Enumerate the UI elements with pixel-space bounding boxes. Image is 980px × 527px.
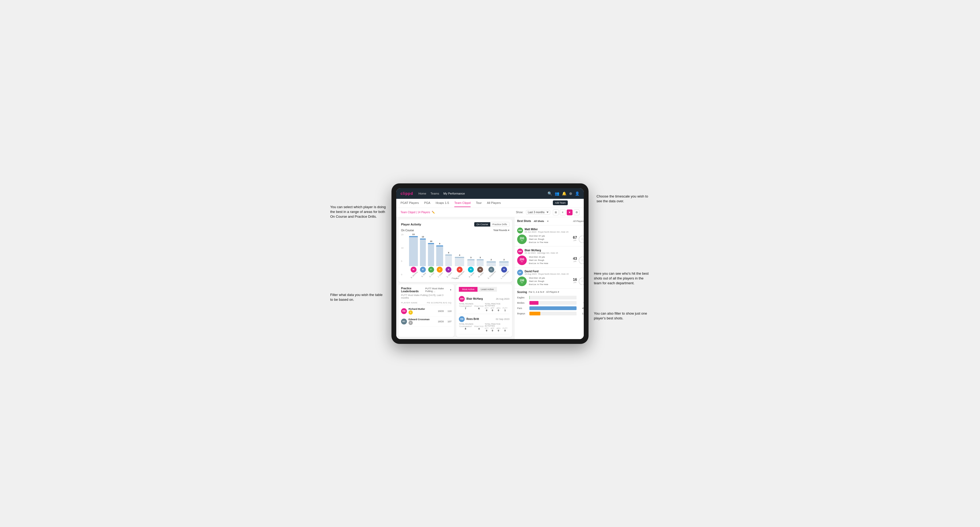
- best-shots-tab[interactable]: ▾: [546, 219, 550, 223]
- bogeys-bar: [530, 312, 540, 316]
- filter-view-btn[interactable]: ⚙: [574, 210, 579, 215]
- shot-metric-dist-1: 67 yds: [573, 236, 577, 243]
- lb-header: Practice Leaderboards PUTT Must Make Put…: [401, 287, 451, 293]
- annotation-rightmid: Here you can see who's hit the best shot…: [594, 271, 650, 286]
- nav-home[interactable]: Home: [418, 191, 426, 195]
- practice-activities-label-1: Total Practice Activities: [485, 303, 509, 306]
- total-rounds-dropdown[interactable]: Total Rounds ▾: [493, 229, 509, 232]
- lb-filter[interactable]: PUTT Must Make Putting ... ▾: [425, 287, 452, 292]
- bar-group-2: 10FD. Ford: [428, 240, 434, 276]
- most-active-tab[interactable]: Most Active: [459, 287, 477, 292]
- bar-group-4: 5EE. Ebert: [445, 252, 452, 276]
- shot-player-info-2: BM Blair McHarg 23 Jul 2023 · Ashridge G…: [517, 249, 558, 254]
- lb-player-info-1: Richard Butler 1: [409, 308, 436, 314]
- on-course-btn[interactable]: On Course: [474, 222, 490, 227]
- team-header-right: Show: Last 3 months Last 6 months Last y…: [516, 210, 579, 215]
- shot-meta-1: 09 Jun 2023 · Royal North Devon GC, Hole…: [525, 231, 568, 233]
- bar-8: [487, 261, 496, 266]
- shot-badge-1: 200SG: [517, 235, 527, 244]
- shot-dist-1: Shot Dist: 67 yds: [529, 235, 571, 238]
- bar-highlight-5: [455, 257, 464, 258]
- active-player-2: RB Rees Britt 02 Sep 2023 Total Rounds: [459, 314, 509, 334]
- lb-score-1: 19/20: [438, 310, 444, 313]
- subnav-pga[interactable]: PGA: [424, 199, 430, 207]
- scoring-title: Scoring: [517, 290, 527, 294]
- annotation-rightbottom: You can also filter to show just one pla…: [594, 311, 650, 321]
- scoring-chart: Eagles 3 Birdies: [517, 296, 584, 316]
- nav-teams[interactable]: Teams: [431, 191, 439, 195]
- shot-dist-2: Shot Dist: 43 yds: [529, 256, 571, 259]
- bell-icon[interactable]: 🔔: [562, 191, 566, 195]
- bar-label-0: 13: [412, 233, 415, 236]
- scoring-filter-1-label: Par 3, 4 & 5s: [529, 290, 542, 293]
- pars-val: 499: [578, 307, 584, 310]
- shot-end-3: End Lie: In The Hole: [529, 283, 571, 286]
- putt-stat-1: PUTT 1: [503, 307, 508, 312]
- col-player-name: PLAYER NAME: [401, 302, 427, 304]
- grid-view-btn[interactable]: ⊞: [553, 210, 559, 215]
- shot-card-1[interactable]: MM Matt Miller 09 Jun 2023 · Royal North…: [514, 225, 584, 246]
- bar-chart: 15 10 5 0 13MB. McHarg12BB. Britt10FD. F…: [401, 233, 509, 276]
- bogeys-label: Bogeys: [517, 312, 528, 315]
- shot-card-3[interactable]: DF David Ford 24 Aug 2023 · Royal North …: [514, 268, 584, 289]
- shot-metric-dist-2: 43 yds: [573, 257, 577, 264]
- lb-player-name-1: Richard Butler: [409, 308, 436, 310]
- player-filter[interactable]: All Players ▾: [573, 220, 584, 222]
- shot-dist-unit-1: yds: [574, 239, 577, 241]
- plus-circle-icon[interactable]: ⊕: [569, 191, 572, 195]
- subnav-hcaps[interactable]: Hcaps 1-5: [436, 199, 449, 207]
- all-shots-tab[interactable]: All Shots: [533, 219, 545, 223]
- lb-avatar-1: RB: [401, 308, 407, 314]
- bar-group-8: 2CE. Crossman: [486, 259, 496, 276]
- shot-player-name-1: Matt Miller: [525, 228, 568, 231]
- shot-details-1: 200SG Shot Dist: 67 yds Start Lie: Rough…: [517, 235, 584, 244]
- practice-header-1: Practice: [474, 305, 484, 307]
- activity-title: Player Activity: [401, 223, 421, 226]
- scoring-filter-1[interactable]: Par 3, 4 & 5s ▾: [529, 290, 544, 293]
- search-icon[interactable]: 🔍: [547, 191, 552, 195]
- shot-card-2[interactable]: BM Blair McHarg 23 Jul 2023 · Ashridge G…: [514, 246, 584, 268]
- shot-metric-zero-3: 0: [579, 278, 584, 285]
- subnav-team-clippd[interactable]: Team Clippd: [454, 199, 471, 207]
- subnav-all-players[interactable]: All Players: [487, 199, 501, 207]
- activity-toggle-group: On Course Practice Drills: [474, 222, 509, 227]
- bar-5: [455, 257, 464, 266]
- shot-metric-zero-2: 0: [579, 257, 584, 264]
- rounds-label-1: Total Rounds: [459, 303, 484, 305]
- left-panel: Player Activity On Course Practice Drill…: [396, 217, 514, 339]
- birdies-bar-container: [530, 301, 577, 305]
- bar-avatar-0: M: [410, 267, 417, 273]
- active-player-header-2: RB Rees Britt 02 Sep 2023: [459, 316, 509, 322]
- practice-drills-btn[interactable]: Practice Drills: [490, 222, 509, 227]
- subnav-pgat[interactable]: PGAT Players: [401, 199, 419, 207]
- shot-player-name-3: David Ford: [525, 270, 568, 273]
- shot-metrics-2: 43 yds 0: [573, 257, 584, 264]
- heart-view-btn[interactable]: ♥: [567, 210, 573, 215]
- profile-icon[interactable]: 👤: [575, 191, 579, 195]
- list-view-btn[interactable]: ≡: [560, 210, 566, 215]
- activity-card-header: Player Activity On Course Practice Drill…: [401, 222, 509, 227]
- shot-details-2: 200SG Shot Dist: 43 yds Start Lie: Rough…: [517, 256, 584, 265]
- shot-meta-2: 23 Jul 2023 · Ashridge GC, Hole 15: [525, 252, 558, 254]
- team-name-label: Team Clippd | 14 Players: [401, 211, 430, 214]
- edit-icon[interactable]: ✏️: [432, 211, 435, 214]
- shot-dist-val-2: 43: [573, 257, 577, 260]
- add-team-button[interactable]: Add Team: [553, 200, 568, 205]
- scoring-filter-2[interactable]: All Players ▾: [546, 290, 559, 293]
- practice-activities-row-1: GTT 0 APP 0: [485, 307, 509, 312]
- bar-avatar-7: M: [477, 267, 483, 273]
- birdies-val: 96: [578, 302, 584, 304]
- bar-group-9: 2RL. Robertson: [499, 259, 509, 276]
- bar-7: [477, 259, 484, 266]
- lb-avatar-2: EC: [401, 319, 407, 324]
- practice-activities-label-2: Total Practice Activities: [485, 323, 509, 327]
- subnav-tour[interactable]: Tour: [476, 199, 482, 207]
- bar-group-6: 3BR. Butler: [467, 256, 474, 276]
- users-icon[interactable]: 👥: [555, 191, 559, 195]
- scoring-eagles: Eagles 3: [517, 296, 584, 300]
- nav-my-performance[interactable]: My Performance: [444, 191, 465, 195]
- least-active-tab[interactable]: Least Active: [477, 287, 497, 292]
- time-select[interactable]: Last 3 months Last 6 months Last year Al…: [526, 210, 550, 214]
- best-shots-header: Best Shots All Shots ▾ All Players ▾: [514, 217, 584, 225]
- bogeys-val: 113: [578, 312, 584, 315]
